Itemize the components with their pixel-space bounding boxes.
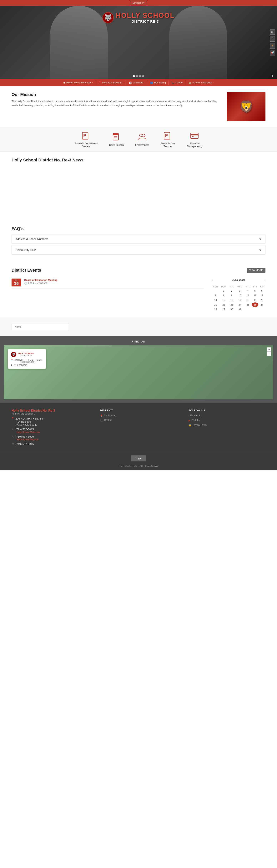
calendar-day[interactable] [212,288,219,293]
calendar-day[interactable]: 5 [252,288,258,293]
calendar-day[interactable]: 2 [228,288,236,293]
calendar-day[interactable]: 3 [236,288,244,293]
calendar-day[interactable]: 7 [212,293,219,298]
district-contact-icon: 📞 [100,419,103,422]
privacy-link[interactable]: Privacy Policy [193,424,207,426]
calendar-day[interactable]: 28 [212,307,219,312]
nav-item-schools[interactable]: 🏫 Schools & Activities › [186,81,216,85]
events-header: District Events VIEW MORE [11,268,266,273]
side-icon-menu[interactable]: ⊞ [270,29,275,35]
calendar-next-button[interactable]: › [265,278,266,282]
calendar-day[interactable]: 25 [244,303,252,307]
facebook-link[interactable]: Facebook [190,414,201,417]
dot-3[interactable] [139,75,141,77]
footer-address-line2: P.O. Box 608 [15,420,43,423]
quicklink-daily-bulletin[interactable]: Daily Bulletin [109,132,124,146]
svg-point-9 [139,134,142,137]
daily-bulletin-icon [111,132,121,142]
hero-pause[interactable]: ⏸ [271,75,273,77]
event-info: Board of Education Meeting 🕐 1:00 AM - 2… [24,279,58,285]
svg-rect-14 [191,134,198,135]
powerschool-teacher-icon: P [163,131,173,141]
calendar-day[interactable]: 1 [219,288,228,293]
calendar-day[interactable]: 15 [219,298,228,303]
calendar-day[interactable]: 16 [228,298,236,303]
footer-address-line1: 206 NORTH THIRD ST [15,417,43,420]
calendar-day[interactable]: 30 [228,307,236,312]
calendar-day[interactable]: 29 [219,307,228,312]
faq-section: FAQ's Address & Phone Numbers ∨ Communit… [0,220,277,262]
side-icon-powerschool[interactable]: P [270,36,275,41]
person-right [169,6,227,79]
calendar-day[interactable] [244,307,252,312]
footer-inner: Holly School District No. Re-3 Home of t… [11,409,266,446]
faq-item-address: Address & Phone Numbers ∨ [11,234,266,244]
calendar-day[interactable]: 6 [258,288,266,293]
mission-text: Our Mission The Holly School District sh… [11,92,219,107]
district-staff-link[interactable]: Staff Listing [104,414,116,417]
calendar-day[interactable]: 4 [244,288,252,293]
map-popup: 🐺 HOLLY SCHOOL DISTRICT RE-3 📍 208 NORTH… [8,349,46,369]
side-icon-announcements[interactable]: 📢 [270,50,275,56]
calendar-day[interactable]: 23 [228,303,236,307]
dot-2[interactable] [136,75,138,77]
events-list: JUL 16 Board of Education Meeting 🕐 1:00… [11,277,204,312]
calendar-day[interactable] [252,307,258,312]
hero-school-name: HOLLY SCHOOL [116,11,175,20]
youtube-link[interactable]: Youtube [192,419,200,422]
event-date-badge: JUL 16 [11,279,21,286]
faq-item-community: Community Links ∨ [11,245,266,255]
calendar-day[interactable]: 9 [228,293,236,298]
quicklink-powerschool-parent[interactable]: P PowerSchool ParentStudent [75,131,98,148]
faq-header-community[interactable]: Community Links ∨ [12,245,265,254]
calendar-day[interactable]: 14 [212,298,219,303]
footer-youtube: ▶ Youtube [188,419,266,422]
calendar-day[interactable]: 10 [236,293,244,298]
powered-by-link[interactable]: SchoolBlocks [145,465,158,467]
calendar-day[interactable]: 24 [236,303,244,307]
footer-phone-main-link[interactable]: Holly School Main Line [16,431,40,434]
dot-1[interactable] [133,75,135,77]
district-contact-link[interactable]: Contact [104,419,112,422]
faq-heading: FAQ's [11,226,266,231]
quicklink-financial[interactable]: FinancialTransparency [187,131,202,148]
nav-item-calendars[interactable]: 📅 Calendars › [126,81,147,85]
calendar-day[interactable]: 26 [252,303,258,307]
dot-4[interactable] [142,75,144,77]
faq-header-address[interactable]: Address & Phone Numbers ∨ [12,235,265,244]
nav-item-district[interactable]: ◉ District Info & Resources › [61,81,96,85]
calendar-day[interactable]: 8 [219,293,228,298]
footer-follow-heading: FOLLOW US [188,409,266,412]
calendar-day[interactable]: 31 [236,307,244,312]
calendar-day[interactable]: 17 [236,298,244,303]
powered-by: This website is powered by SchoolBlocks [3,465,274,467]
calendar-day[interactable]: 20 [258,298,266,303]
nav-item-contact[interactable]: 📞 Contact [169,81,186,85]
hero-overlay: 🐺 HOLLY SCHOOL DISTRICT RE-3 [102,11,175,24]
calendar-day[interactable]: 18 [244,298,252,303]
side-icon-activities[interactable]: 🏃 [270,43,275,49]
calendar-day[interactable]: 19 [252,298,258,303]
calendar-day[interactable]: 27 [258,303,266,307]
zoom-out-button[interactable]: - [267,351,271,356]
zoom-in-button[interactable]: + [267,347,271,351]
map-zoom-controls: + - [267,347,271,356]
calendar-day[interactable] [258,307,266,312]
calendar-day[interactable]: 11 [244,293,252,298]
nav-item-staff[interactable]: 👥 Staff Listing [147,81,169,85]
footer-phone-daycare-link[interactable]: Holly School Daycare [16,438,39,441]
faq-arrow-community: ∨ [259,248,262,252]
newsletter-name-input[interactable] [11,323,69,330]
view-more-button[interactable]: VIEW MORE [247,268,266,273]
calendar-day[interactable]: 22 [219,303,228,307]
quicklink-employment[interactable]: Employment [135,132,149,146]
nav-item-parents[interactable]: 📍 Parents & Students › [96,81,126,85]
calendar-day[interactable]: 12 [252,293,258,298]
quicklink-powerschool-teacher[interactable]: P PowerSchoolTeacher [161,131,175,148]
cal-mon: MON [219,285,228,288]
calendar-day[interactable]: 13 [258,293,266,298]
language-button[interactable]: Language ▾ [130,1,147,5]
event-title[interactable]: Board of Education Meeting [24,279,58,281]
login-button[interactable]: Login [131,455,146,461]
calendar-day[interactable]: 21 [212,303,219,307]
